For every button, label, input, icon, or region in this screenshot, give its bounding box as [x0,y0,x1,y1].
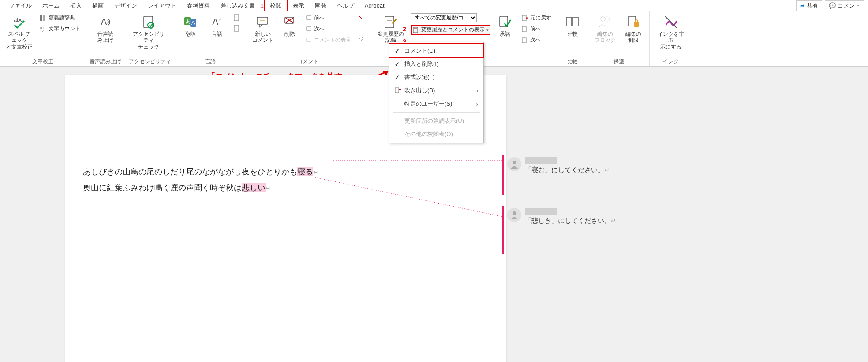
compare-icon [565,14,580,30]
prev-icon [305,15,312,22]
accept-button[interactable]: 承諾 [493,13,517,38]
compare-button[interactable]: 比較 [561,13,584,38]
dropdown-formatting[interactable]: ✓ 書式設定(F) [389,71,483,84]
restrict-button[interactable]: 編集の制限 [621,13,646,45]
showcomments-icon [305,37,312,44]
svg-text:abc: abc [14,16,23,23]
menu-review[interactable]: 校閲 [264,0,288,12]
pen-strike-icon [357,14,364,21]
deletecomment-button[interactable]: 削除 [279,13,301,38]
group-speech-label: 音声読み上げ [90,57,121,65]
paragraph-mark-icon: ↵ [313,169,318,176]
menu-view[interactable]: 表示 [288,0,310,11]
translate-label: 翻訳 [185,31,196,37]
display-combobox[interactable]: すべての変更履歴/コ… [411,13,477,22]
thesaurus-button[interactable]: 類義語辞典 [38,13,82,23]
spellcheck-button[interactable]: abc スペル チェックと文章校正 [4,13,35,51]
paragraph-mark-icon: ↵ [266,185,271,192]
menu-mailings[interactable]: 差し込み文書 [215,0,260,11]
prev-change-button[interactable]: 前へ [520,24,553,34]
line1-text: あしびきの山鳥の尾のしだり尾のながながし夜をひとりかも [83,167,297,176]
svg-text:A: A [101,16,107,27]
group-protect-label: 保護 [592,57,646,65]
dropdown-other-authors: その他の校閲者(O) [389,128,483,141]
accessibility-button[interactable]: アクセシビリティチェック [129,13,168,51]
ink-btn[interactable] [355,13,366,22]
menu-references[interactable]: 参考資料 [182,0,215,11]
showcomments-button[interactable]: コメントの表示 [303,35,353,45]
doc-icon-2 [233,25,240,32]
group-compare-label: 比較 [561,57,584,65]
dropdown-insertions[interactable]: ✓ 挿入と削除(I) [389,57,483,71]
menu-bar: ファイル ホーム 挿入 描画 デザイン レイアウト 参考資料 差し込み文書 1 … [0,0,868,11]
comment-author-redacted [525,208,557,215]
reject-button[interactable]: 元に戻す [520,13,553,23]
wordcount-button[interactable]: ABC123 文字カウント [38,24,82,34]
comment-author-redacted [525,157,557,164]
line1-change: 寝る [297,167,313,176]
annotation-1: 1 [260,2,264,9]
menu-help[interactable]: ヘルプ [332,0,359,11]
line2-change: 悲しい [242,183,266,192]
language-button[interactable]: A가 言語 [205,13,229,38]
spellcheck-icon: abc [11,14,27,30]
svg-rect-15 [234,25,239,31]
trackchanges-icon [383,14,399,30]
block-label: 編集のブロック [595,31,616,44]
dropdown-balloons[interactable]: 吹き出し(B) › [389,84,483,97]
prevcomment-button[interactable]: 前へ [303,13,353,23]
group-language: あA 翻訳 A가 言語 言語 [175,11,246,66]
svg-point-7 [148,22,154,28]
next-change-icon [521,37,528,44]
translate-button[interactable]: あA 翻訳 [179,13,202,38]
svg-text:가: 가 [218,16,223,22]
thesaurus-icon [40,15,47,22]
markup-icon [412,26,419,34]
group-proofing: abc スペル チェックと文章校正 類義語辞典 ABC123 文字カウント 文章… [0,11,86,66]
menu-file[interactable]: ファイル [4,0,37,11]
svg-rect-22 [307,16,311,19]
menu-design[interactable]: デザイン [109,0,142,11]
show-markup-button[interactable]: 変更履歴とコメントの表示 ▾ [411,25,490,35]
spellcheck-label: スペル チェックと文章校正 [6,31,33,50]
check-icon: ✓ [395,74,401,81]
accessibility-icon [141,14,157,30]
delete-icon [282,14,298,30]
nextcomment-button[interactable]: 次へ [303,24,353,34]
next-change-button[interactable]: 次へ [520,35,553,45]
doc-line-1[interactable]: あしびきの山鳥の尾のしだり尾のながながし夜をひとりかも寝る↵ [83,164,489,180]
svg-rect-44 [395,88,399,93]
svg-rect-37 [573,17,578,26]
svg-rect-24 [307,38,311,41]
hide-ink-button[interactable]: インクを非表示にする [653,13,688,51]
comments-button-top[interactable]: 💬 コメント [825,0,864,11]
svg-rect-1 [40,15,42,21]
menu-acrobat[interactable]: Acrobat [359,1,390,10]
group-language-label: 言語 [179,57,242,65]
avatar-icon [507,157,521,171]
dropdown-insertions-label: 挿入と削除(I) [404,60,438,68]
dropdown-highlight-updates: 更新箇所の強調表示(U) [389,114,483,128]
dropdown-comments[interactable]: ✓ コメント(C) [389,43,484,58]
dropdown-specific-people[interactable]: 特定のユーザー(S) › [389,97,483,110]
comment-label-top: コメント [838,2,861,10]
menu-developer[interactable]: 開発 [310,0,332,11]
comment-1[interactable]: 「寝む」にしてください。↵ [507,157,675,174]
readaloud-button[interactable]: A 音声読み上げ [90,13,121,45]
menu-insert[interactable]: 挿入 [65,0,87,11]
wordcount-icon: ABC123 [40,26,47,33]
share-label: 共有 [807,2,818,10]
lang-extra2-button[interactable] [232,24,242,33]
newcomment-button[interactable]: 新しいコメント [250,13,276,45]
menu-draw[interactable]: 描画 [87,0,109,11]
doc-line-2[interactable]: 奥山に紅葉ふみわけ鳴く鹿の声聞く時ぞ秋は悲しい↵ [83,180,489,196]
eraser-btn[interactable] [355,34,366,43]
share-button[interactable]: ➦ 共有 [796,0,822,11]
comment-2[interactable]: 「悲しき」にしてください。↵ [507,208,675,225]
menu-home[interactable]: ホーム [37,0,65,11]
reject-label: 元に戻す [530,14,551,22]
lang-extra1-button[interactable] [232,13,242,22]
accessibility-label: アクセシビリティチェック [131,31,166,50]
menu-layout[interactable]: レイアウト [142,0,182,11]
compare-label: 比較 [567,31,578,37]
